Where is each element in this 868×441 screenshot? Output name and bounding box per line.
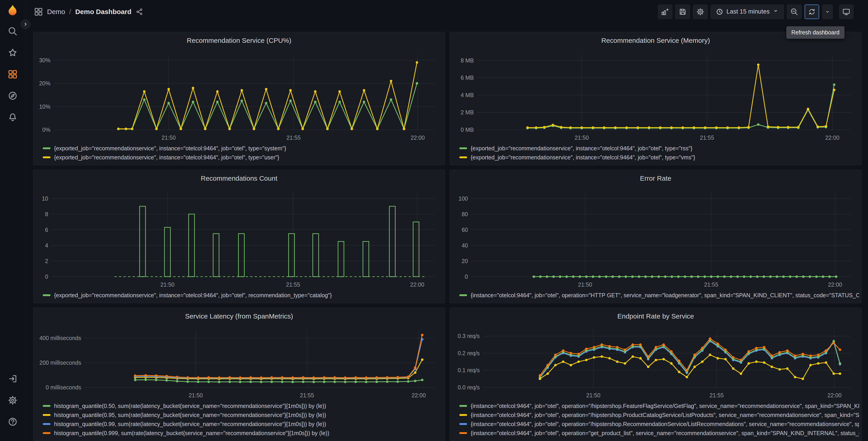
panel-service-latency: Service Latency (from SpanMetrics) 0 mil…	[33, 308, 445, 441]
panel-title[interactable]: Recommendations Count	[33, 171, 445, 185]
time-range-label: Last 15 minutes	[726, 8, 770, 15]
svg-text:21:55: 21:55	[704, 282, 718, 288]
svg-text:0.3 req/s: 0.3 req/s	[458, 333, 480, 339]
svg-text:8 MB: 8 MB	[461, 57, 474, 64]
sidebar-item-starred[interactable]	[5, 46, 20, 60]
svg-text:0.1 req/s: 0.1 req/s	[458, 367, 480, 373]
add-panel-icon	[661, 8, 669, 16]
svg-text:2 MB: 2 MB	[461, 109, 474, 115]
svg-text:0 milliseconds: 0 milliseconds	[46, 384, 81, 390]
breadcrumb-separator: /	[69, 8, 71, 16]
chart-recommendations-count[interactable]: 024681021:5021:5522:00	[35, 185, 441, 290]
sidebar-item-help[interactable]	[5, 414, 20, 429]
legend-marker	[459, 156, 467, 158]
refresh-dashboard-button[interactable]	[805, 4, 819, 19]
share-dashboard-button[interactable]	[135, 8, 143, 16]
svg-text:0.0 req/s: 0.0 req/s	[458, 384, 480, 390]
dashboard-settings-button[interactable]	[693, 4, 708, 19]
sidebar-item-alerting[interactable]	[5, 110, 20, 124]
svg-text:21:50: 21:50	[578, 282, 592, 288]
zoom-out-time-button[interactable]	[787, 4, 802, 19]
legend-item[interactable]: {instance="otelcol:9464", job="otel", op…	[459, 429, 859, 438]
breadcrumb-root[interactable]: Demo	[47, 8, 65, 16]
svg-text:80: 80	[462, 211, 468, 217]
svg-text:0 MB: 0 MB	[461, 126, 474, 133]
sidebar-expand-button[interactable]	[21, 20, 30, 29]
panel-title[interactable]: Error Rate	[450, 171, 862, 185]
panel-error-rate: Error Rate 02040608010021:5021:5522:00 {…	[450, 170, 862, 303]
legend-item[interactable]: histogram_quantile(0.50, sum(rate(latenc…	[43, 401, 443, 410]
refresh-interval-dropdown[interactable]	[822, 4, 833, 19]
sign-in-icon	[8, 374, 18, 384]
svg-text:21:55: 21:55	[286, 135, 301, 141]
legend-item[interactable]: histogram_quantile(0.95, sum(rate(latenc…	[43, 410, 443, 419]
legend-item[interactable]: {instance="otelcol:9464", job="otel", op…	[459, 291, 859, 300]
legend-marker	[43, 432, 51, 434]
legend-item[interactable]: {exported_job="recommendationservice", i…	[43, 153, 443, 162]
legend-item[interactable]: {instance="otelcol:9464", job="otel", op…	[459, 401, 859, 410]
panel-title[interactable]: Recommendation Service (CPU%)	[33, 33, 445, 48]
dashboards-grid-icon	[8, 69, 18, 79]
panel-title[interactable]: Endpoint Rate by Service	[450, 309, 862, 323]
topbar: Demo / Demo Dashboard Last 15 minutes	[25, 0, 868, 23]
legend-marker	[459, 423, 467, 425]
legend-item[interactable]: {exported_job="recommendationservice", i…	[43, 291, 443, 300]
chart-service-latency[interactable]: 0 milliseconds200 milliseconds400 millis…	[35, 323, 441, 401]
panel-title[interactable]: Service Latency (from SpanMetrics)	[33, 309, 445, 323]
svg-text:6 MB: 6 MB	[461, 75, 474, 81]
legend-item[interactable]: {exported_job="recommendationservice", i…	[43, 144, 443, 153]
legend-item[interactable]: {exported_job="recommendationservice", i…	[459, 144, 859, 153]
clock-icon	[716, 8, 723, 16]
legend-item[interactable]: histogram_quantile(0.999, sum(rate(laten…	[43, 429, 443, 438]
svg-text:21:55: 21:55	[286, 282, 300, 288]
chart-error-rate[interactable]: 02040608010021:5021:5522:00	[452, 185, 857, 290]
svg-text:10%: 10%	[39, 104, 51, 110]
sidebar-item-dashboards[interactable]	[5, 67, 20, 82]
legend-label: {instance="otelcol:9464", job="otel", op…	[471, 412, 859, 418]
legend-item[interactable]: histogram_quantile(0.99, sum(rate(latenc…	[43, 419, 443, 429]
svg-text:0.2 req/s: 0.2 req/s	[458, 350, 480, 356]
legend-marker	[43, 405, 51, 407]
legend-label: histogram_quantile(0.95, sum(rate(latenc…	[54, 412, 326, 418]
svg-text:21:55: 21:55	[710, 392, 724, 399]
svg-text:6: 6	[45, 227, 48, 233]
gear-icon	[696, 8, 704, 16]
svg-text:21:50: 21:50	[161, 135, 176, 141]
legend-label: {exported_job="recommendationservice", i…	[54, 292, 332, 299]
sidebar-item-search[interactable]	[5, 24, 20, 38]
topbar-actions: Last 15 minutes	[658, 4, 854, 19]
chart-endpoint-rate[interactable]: 0.0 req/s0.1 req/s0.2 req/s0.3 req/s21:5…	[452, 323, 857, 401]
legend-marker	[459, 405, 467, 407]
legend-label: {exported_job="recommendationservice", i…	[471, 154, 695, 161]
legend-item[interactable]: {exported_job="recommendationservice", i…	[459, 153, 859, 162]
legend-marker	[459, 294, 467, 296]
help-icon	[8, 417, 18, 427]
svg-text:400 milliseconds: 400 milliseconds	[39, 335, 81, 341]
legend-item[interactable]: {instance="otelcol:9464", job="otel", op…	[459, 419, 859, 429]
svg-text:22:00: 22:00	[412, 392, 426, 399]
save-dashboard-button[interactable]	[676, 4, 690, 19]
chart-recommendation-cpu[interactable]: 0%10%20%30%21:5021:5522:00	[35, 48, 441, 143]
add-panel-button[interactable]	[658, 4, 672, 19]
sidebar-item-sign-in[interactable]	[5, 372, 20, 386]
svg-text:8: 8	[45, 211, 48, 217]
panel-endpoint-rate: Endpoint Rate by Service 0.0 req/s0.1 re…	[450, 308, 862, 441]
time-range-picker[interactable]: Last 15 minutes	[711, 4, 784, 19]
chart-recommendation-memory[interactable]: 0 MB2 MB4 MB6 MB8 MB21:5021:5522:00	[452, 48, 857, 143]
cycle-view-mode-button[interactable]	[839, 4, 854, 19]
sidebar-item-settings[interactable]	[5, 393, 20, 408]
legend: {exported_job="recommendationservice", i…	[33, 290, 445, 301]
svg-text:10: 10	[42, 195, 48, 202]
legend-marker	[43, 156, 51, 158]
svg-text:21:50: 21:50	[575, 135, 589, 141]
legend-item[interactable]: {instance="otelcol:9464", job="otel", op…	[459, 410, 859, 419]
legend-label: {instance="otelcol:9464", job="otel", op…	[471, 292, 859, 299]
legend-label: {exported_job="recommendationservice", i…	[54, 154, 279, 161]
bell-icon	[8, 112, 18, 122]
refresh-tooltip: Refresh dashboard	[786, 26, 844, 39]
zoom-out-icon	[790, 8, 798, 16]
sidebar-item-explore[interactable]	[5, 89, 20, 103]
grafana-logo[interactable]	[6, 4, 20, 18]
star-icon	[8, 48, 18, 58]
legend-marker	[459, 414, 467, 416]
